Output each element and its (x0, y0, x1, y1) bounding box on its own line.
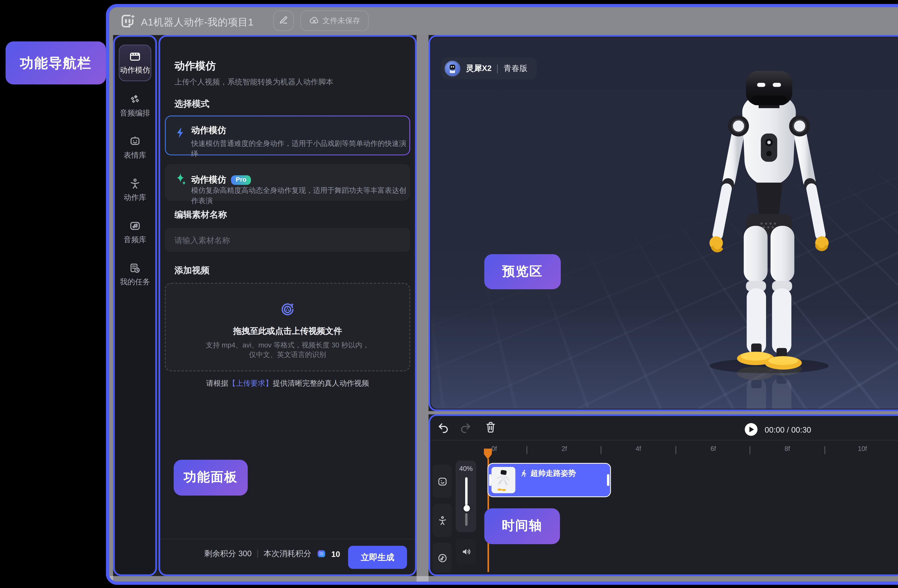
topbar: A1机器人动作-我的项目1 文件未保存 (109, 7, 898, 35)
sidebar-item-audio-arrange[interactable]: 音频编排 (119, 88, 151, 123)
clapperboard-icon (129, 50, 141, 62)
edit-title-button[interactable] (273, 11, 294, 31)
pro-badge: Pro (231, 175, 251, 184)
mode-section-label: 选择模式 (174, 98, 209, 110)
generate-button[interactable]: 立即生成 (348, 546, 407, 569)
clip-thumbnail (491, 467, 515, 493)
speaker-button[interactable] (456, 539, 476, 564)
annotation-label-nav: 功能导航栏 (6, 42, 106, 85)
redo-button[interactable] (460, 422, 472, 437)
play-button[interactable] (745, 423, 758, 436)
cloud-icon (309, 15, 319, 27)
gem-icon (317, 550, 326, 558)
mode-card-pro[interactable]: 动作模仿Pro 模仿复杂高精度高动态全身动作复现，适用于舞蹈功夫等丰富表达创作表… (165, 164, 410, 201)
trash-icon[interactable] (485, 421, 496, 437)
volume-slider-handle[interactable] (463, 505, 469, 511)
task-clock-icon (129, 262, 141, 274)
sidebar-nav: 动作模仿 音频编排 表情库 (115, 37, 154, 574)
upload-requirement-link[interactable]: 【上传要求】 (228, 379, 273, 387)
mode-card-basic[interactable]: 动作模仿 快速模仿普通难度的全身动作，适用于小品戏剧等简单动作的快速演绎 (165, 115, 410, 155)
upload-requirement-note: 请根据【上传要求】提供清晰完整的真人动作视频 (161, 379, 414, 389)
person-icon (129, 178, 141, 190)
viewport: A1机器人动作-我的项目1 文件未保存 (0, 0, 898, 588)
robot-model[interactable] (695, 71, 843, 409)
time-display: 00:00 / 00:30 (765, 425, 811, 434)
sidebar-item-expression-library[interactable]: 表情库 (119, 131, 151, 166)
ruler-tick-6f: 6f (710, 445, 716, 453)
lightning-icon (175, 127, 186, 142)
upload-sub-text-1: 支持 mp4、avi、mov 等格式，视频长度 30 秒以内， (206, 340, 369, 350)
volume-popover: 40% (456, 460, 476, 532)
sidebar-item-my-tasks[interactable]: 我的任务 (119, 257, 151, 292)
panel-subtitle: 上传个人视频，系统智能转换为机器人动作脚本 (174, 77, 333, 88)
annotation-label-preview: 预览区 (484, 254, 561, 289)
track-rail-audio[interactable] (432, 543, 452, 573)
stage: A1机器人动作-我的项目1 文件未保存 (0, 0, 898, 588)
annotation-label-timeline: 时间轴 (484, 508, 560, 544)
remaining-credits-value: 300 (238, 549, 252, 558)
credits-info: 剩余积分 300 本次消耗积分 10 (204, 548, 340, 559)
sidebar-item-motion-library[interactable]: 动作库 (119, 173, 151, 208)
music-frame-icon (129, 220, 141, 232)
cost-credits-value: 10 (331, 550, 340, 558)
ruler-tick-4f: 4f (636, 445, 641, 453)
material-name-label: 编辑素材名称 (174, 209, 227, 221)
annotation-label-panel: 功能面板 (174, 460, 248, 496)
ruler-tick-10f: 10f (858, 445, 867, 453)
clip-trim-handle-left[interactable] (489, 474, 491, 486)
clip-title: 超帅走路姿势 (530, 468, 576, 479)
timeline-panel: 00:00 / 00:30 (431, 417, 898, 574)
panel-footer: 剩余积分 300 本次消耗积分 10 立即生成 (161, 539, 414, 574)
track-rail-motion[interactable] (432, 503, 452, 537)
model-avatar (444, 60, 460, 77)
running-person-icon (520, 469, 527, 479)
track-rail-expression[interactable] (432, 465, 452, 498)
clip-trim-handle-right[interactable] (607, 474, 609, 486)
timeline-clip[interactable]: 超帅走路姿势 (487, 463, 611, 497)
volume-slider-track[interactable] (465, 477, 467, 507)
video-upload-dropzone[interactable]: 拖拽至此或点击上传视频文件 支持 mp4、avi、mov 等格式，视频长度 30… (165, 283, 410, 371)
ruler-tick-8f: 8f (784, 445, 790, 453)
model-badge: 灵犀X2 青春版 (441, 57, 537, 80)
app-window: A1机器人动作-我的项目1 文件未保存 (106, 4, 898, 585)
upload-main-text: 拖拽至此或点击上传视频文件 (233, 326, 342, 337)
sidebar-item-motion-mimic[interactable]: 动作模仿 (119, 45, 151, 81)
film-reel-sparkle-icon (280, 301, 295, 320)
ruler-tick-0f: 0f (491, 445, 497, 453)
robot-face-icon (129, 135, 141, 148)
add-video-label: 添加视频 (174, 265, 209, 277)
preview-viewport[interactable]: 灵犀X2 青春版 (431, 37, 898, 409)
model-edition: 青春版 (504, 63, 527, 74)
volume-value: 40% (456, 465, 476, 473)
panel-title: 动作模仿 (174, 59, 216, 73)
undo-button[interactable] (437, 422, 449, 437)
file-unsaved-status: 文件未保存 (300, 11, 369, 31)
mode-pro-title: 动作模仿 (191, 174, 226, 184)
material-name-input[interactable] (165, 228, 410, 252)
ruler-tick-2f: 2f (561, 445, 567, 453)
app-logo-icon (120, 13, 136, 29)
model-name: 灵犀X2 (466, 63, 492, 74)
sidebar-item-audio-library[interactable]: 音频库 (119, 215, 151, 250)
project-title: A1机器人动作-我的项目1 (141, 16, 254, 29)
pencil-icon (279, 15, 288, 26)
sparkle-icon (174, 173, 186, 189)
diamonds-icon (129, 93, 141, 105)
upload-sub-text-2: 仅中文、英文语言的识别 (249, 350, 326, 359)
